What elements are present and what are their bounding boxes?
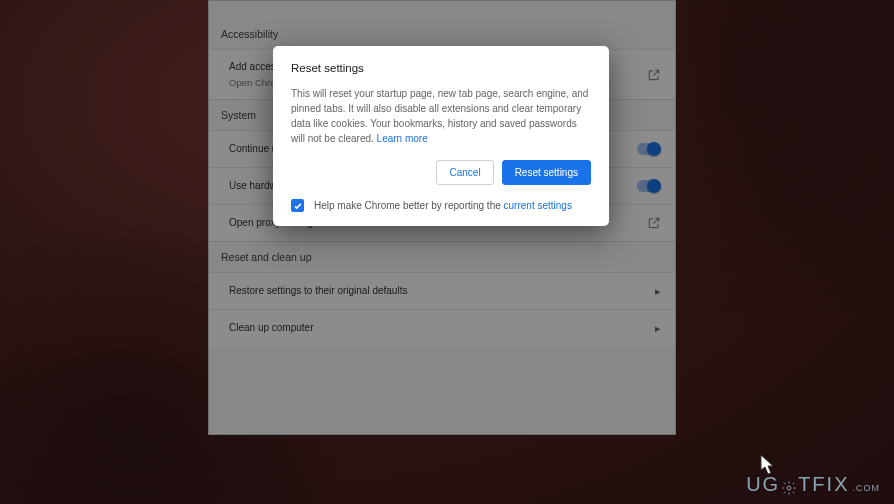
- watermark-tld: .COM: [853, 483, 881, 493]
- current-settings-link[interactable]: current settings: [504, 200, 572, 211]
- watermark-post: TFIX: [798, 473, 849, 496]
- checkbox-checked[interactable]: [291, 199, 304, 212]
- cursor-icon: [760, 454, 776, 476]
- learn-more-link[interactable]: Learn more: [377, 133, 428, 144]
- cancel-button[interactable]: Cancel: [436, 160, 493, 185]
- svg-point-0: [787, 486, 791, 490]
- dialog-actions: Cancel Reset settings: [291, 160, 591, 185]
- dialog-body-text: This will reset your startup page, new t…: [291, 88, 588, 144]
- gear-icon: [781, 478, 797, 494]
- report-settings-row[interactable]: Help make Chrome better by reporting the…: [291, 199, 591, 212]
- dialog-body: This will reset your startup page, new t…: [291, 86, 591, 146]
- watermark: UG TFIX .COM: [746, 473, 880, 496]
- reset-settings-dialog: Reset settings This will reset your star…: [273, 46, 609, 226]
- checkbox-label: Help make Chrome better by reporting the…: [314, 200, 572, 211]
- checkbox-text-pre: Help make Chrome better by reporting the: [314, 200, 504, 211]
- dialog-title: Reset settings: [291, 62, 591, 74]
- reset-settings-button[interactable]: Reset settings: [502, 160, 591, 185]
- watermark-pre: UG: [746, 473, 780, 496]
